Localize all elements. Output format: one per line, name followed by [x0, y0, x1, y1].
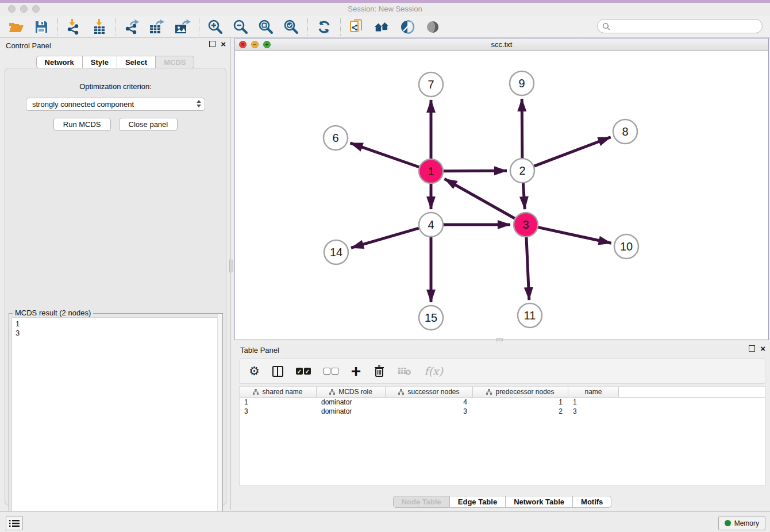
select-all-icon[interactable]: ✓✓: [296, 363, 311, 380]
edge-4-14[interactable]: [351, 228, 419, 248]
search-icon: [602, 22, 610, 30]
table-cell: 3: [386, 407, 473, 416]
mcds-tab-content: Optimization criterion: strongly connect…: [5, 68, 226, 506]
column-header-successor-nodes[interactable]: successor nodes: [386, 387, 473, 397]
node-label-15: 15: [425, 311, 437, 324]
run-mcds-button[interactable]: Run MCDS: [53, 118, 111, 131]
edge-3-1[interactable]: [445, 179, 515, 218]
optimization-criterion-label: Optimization criterion:: [5, 82, 226, 91]
edge-3-11[interactable]: [526, 237, 529, 300]
table-cell: 1: [568, 398, 619, 407]
panel-divider-grip[interactable]: [229, 260, 233, 272]
control-panel: Control Panel × Network Style Select MCD…: [0, 38, 231, 510]
node-label-9: 9: [518, 77, 525, 90]
optimization-criterion-select[interactable]: strongly connected component: [26, 98, 205, 111]
tab-network-table[interactable]: Network Table: [506, 496, 573, 508]
table-panel-title: Table Panel: [240, 346, 279, 354]
zoom-fit-icon[interactable]: [257, 18, 275, 36]
control-panel-title: Control Panel: [6, 41, 51, 50]
column-header-MCDS-role[interactable]: MCDS role: [317, 387, 386, 397]
tab-network[interactable]: Network: [36, 56, 83, 68]
edge-1-2[interactable]: [444, 171, 507, 171]
titlebar[interactable]: Session: New Session: [0, 3, 770, 16]
table-toolbar: ⚙ ✓✓ + f(x): [239, 358, 765, 384]
node-label-3: 3: [522, 218, 529, 231]
function-builder-icon-disabled: f(x): [424, 363, 443, 380]
edge-1-6[interactable]: [350, 143, 419, 167]
tab-mcds[interactable]: MCDS: [156, 56, 194, 68]
zoom-in-icon[interactable]: [207, 18, 224, 36]
status-bar: Memory: [0, 511, 770, 532]
table-row[interactable]: 1dominator411: [240, 398, 765, 407]
table-cell: 3: [568, 407, 619, 416]
edge-2-8[interactable]: [534, 137, 611, 167]
edge-2-9[interactable]: [522, 99, 522, 158]
show-hide-graphics-icon[interactable]: [424, 18, 441, 36]
first-neighbors-icon[interactable]: [374, 18, 391, 36]
add-column-icon[interactable]: +: [351, 363, 361, 380]
refresh-icon[interactable]: [315, 18, 333, 36]
node-label-2: 2: [519, 164, 525, 177]
mcds-result-title: MCDS result (2 nodes): [13, 309, 93, 317]
table-options-icon[interactable]: ⚙: [249, 363, 260, 380]
float-panel-icon[interactable]: [209, 41, 215, 47]
network-resize-grip[interactable]: [496, 338, 503, 341]
close-panel-icon[interactable]: ×: [221, 41, 226, 47]
session-title: Session: New Session: [0, 5, 770, 13]
table-cell: 1: [473, 398, 568, 407]
save-session-icon[interactable]: [33, 18, 50, 36]
tab-select[interactable]: Select: [117, 56, 156, 68]
header-filler: [619, 387, 765, 397]
node-label-14: 14: [330, 246, 342, 259]
tab-motifs[interactable]: Motifs: [573, 496, 611, 508]
main-toolbar: [0, 16, 770, 38]
edge-3-10[interactable]: [538, 228, 611, 244]
network-graph[interactable]: 7968124314101511: [235, 51, 768, 340]
tab-edge-table[interactable]: Edge Table: [450, 496, 506, 508]
edge-2-3[interactable]: [523, 183, 525, 209]
delete-columns-icon[interactable]: [374, 363, 385, 380]
open-folder-icon[interactable]: [7, 18, 25, 36]
export-image-icon[interactable]: [174, 18, 191, 36]
style-annotations-icon[interactable]: [399, 18, 416, 36]
list-icon: [9, 519, 20, 527]
table-cell: 2: [473, 407, 568, 416]
close-panel-button[interactable]: Close panel: [119, 118, 178, 131]
zoom-selected-icon[interactable]: [283, 18, 300, 36]
clear-selection-icon[interactable]: [324, 363, 338, 380]
node-label-10: 10: [620, 240, 633, 253]
delete-table-icon-disabled: [398, 363, 411, 380]
import-table-icon[interactable]: [91, 18, 108, 36]
sort-icon: [253, 389, 259, 395]
node-label-8: 8: [622, 125, 628, 138]
task-history-button[interactable]: [6, 516, 23, 530]
mcds-result-textarea[interactable]: 1 3: [11, 317, 220, 528]
sort-icon: [329, 389, 335, 395]
node-table-body: 1dominator4113dominator323: [240, 398, 765, 416]
table-cell: dominator: [317, 407, 386, 416]
float-table-panel-icon[interactable]: [749, 345, 755, 352]
show-columns-icon[interactable]: [272, 363, 283, 380]
clone-network-icon[interactable]: [348, 18, 365, 36]
sort-icon: [486, 389, 492, 395]
result-scrollbar[interactable]: [217, 314, 222, 530]
table-row[interactable]: 3dominator323: [240, 407, 765, 416]
column-header-name[interactable]: name: [568, 387, 619, 397]
export-network-icon[interactable]: [124, 18, 141, 36]
tab-style[interactable]: Style: [83, 56, 117, 68]
tab-node-table[interactable]: Node Table: [393, 496, 450, 508]
control-panel-tabs: Network Style Select MCDS: [0, 56, 230, 68]
select-stepper-icon: [197, 100, 201, 107]
node-label-4: 4: [428, 218, 434, 231]
import-network-icon[interactable]: [66, 18, 83, 36]
export-table-icon[interactable]: [149, 18, 166, 36]
network-window-titlebar[interactable]: × − + scc.txt: [235, 38, 768, 51]
search-input[interactable]: [597, 19, 763, 33]
column-header-predecessor-nodes[interactable]: predecessor nodes: [473, 387, 568, 397]
zoom-out-icon[interactable]: [232, 18, 249, 36]
close-table-panel-icon[interactable]: ×: [760, 345, 765, 352]
column-header-shared-name[interactable]: shared name: [240, 387, 317, 397]
application-window: Session: New Session: [0, 0, 770, 532]
sort-icon: [398, 389, 404, 395]
memory-button[interactable]: Memory: [718, 516, 765, 530]
